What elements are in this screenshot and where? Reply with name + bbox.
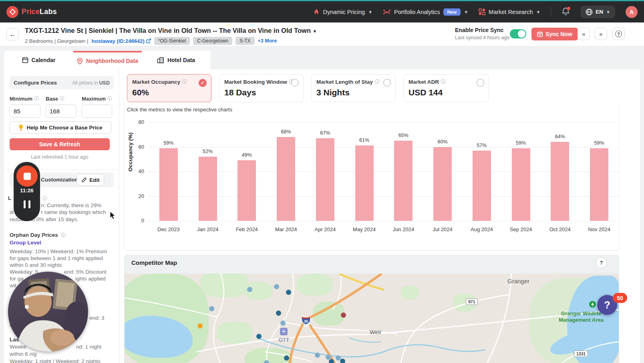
nav-dynamic-pricing[interactable]: Dynamic Pricing ▼	[313, 8, 372, 16]
save-refresh-button[interactable]: Save & Refresh	[10, 138, 110, 150]
recording-pause-button[interactable]	[14, 200, 40, 208]
pricelabs-logo[interactable]: PriceLabs	[6, 6, 57, 18]
language-label: EN	[596, 9, 603, 15]
metric-title: Market Booking Windowⓘ	[224, 79, 298, 85]
price-sync-toggle[interactable]	[510, 29, 526, 38]
orphan-line1: Weekday: 10% | Weekend: 1% Premium	[10, 248, 107, 254]
group-level-link[interactable]: Group Level	[10, 240, 41, 246]
competitor-marker-dark_blue[interactable]	[276, 311, 281, 316]
language-selector[interactable]: EN ▼	[581, 6, 615, 18]
collapse-left-button[interactable]: «	[578, 28, 590, 40]
info-icon[interactable]: ⓘ	[42, 195, 47, 202]
sync-now-button[interactable]: Sync Now	[531, 28, 578, 40]
map-label-weir: Weir	[370, 329, 382, 335]
minimum-price-input[interactable]	[10, 105, 40, 118]
competitor-marker-dark_blue[interactable]	[286, 290, 291, 295]
competitor-marker-light_blue[interactable]	[274, 284, 279, 289]
competitor-map[interactable]: ✈ GTT 35 971 1331 Granger Weir Granger W…	[125, 274, 619, 363]
sidebar-line-left: Weeke	[10, 344, 26, 350]
more-tags-link[interactable]: +3 More	[258, 38, 277, 44]
competitor-map-title: Competitor Map	[131, 259, 177, 266]
chevron-down-icon[interactable]: ▼	[606, 10, 610, 14]
bar-value-label: 64%	[548, 134, 572, 139]
info-icon[interactable]: ⓘ	[34, 95, 39, 102]
selected-check-icon[interactable]: ✓	[199, 79, 207, 87]
bar-jun-2024	[394, 141, 413, 221]
competitor-marker-dark_blue[interactable]	[340, 359, 345, 363]
title-dropdown-icon[interactable]: ▼	[313, 29, 317, 34]
recording-stop-button[interactable]	[16, 165, 38, 187]
chart-y-axis-label: Occupancy (%)	[127, 132, 133, 171]
x-category-label: Nov 2024	[581, 226, 617, 232]
radio-icon[interactable]	[383, 79, 391, 87]
chevron-down-icon[interactable]: ▼	[536, 10, 540, 14]
metric-card-market-booking-window[interactable]: Market Booking Windowⓘ18 Days	[219, 74, 304, 102]
competitor-marker-dark_blue[interactable]	[284, 355, 289, 361]
metric-card-market-occupancy[interactable]: Market Occupancyⓘ60%✓	[127, 74, 211, 102]
bar-dec-2023	[159, 148, 178, 221]
back-button[interactable]: ←	[6, 28, 19, 40]
x-category-label: Jan 2024	[190, 226, 226, 232]
user-avatar[interactable]: A	[626, 6, 638, 18]
webcam-overlay	[8, 272, 88, 352]
tab-calendar[interactable]: Calendar	[4, 51, 73, 69]
maximum-price-input[interactable]	[82, 105, 112, 118]
help-choose-base-price-button[interactable]: Help Me Choose a Base Price	[10, 121, 111, 134]
expand-right-button[interactable]: »	[595, 28, 607, 40]
map-help-button[interactable]: ?	[596, 257, 607, 268]
listing-title: TXGT-1212 Vine St | Sienkiel | The Villa…	[25, 27, 311, 34]
edit-customizations-button[interactable]: Edit	[77, 174, 104, 186]
recording-timer: 11:26	[14, 188, 40, 194]
hostaway-link[interactable]: hostaway (ID:246642)	[92, 38, 151, 44]
sidebar-line2: within 6 nig	[10, 351, 37, 357]
competitor-marker-orange[interactable]	[197, 323, 203, 329]
x-category-label: Oct 2024	[542, 226, 578, 232]
metric-card-market-length-of-stay[interactable]: Market Length of Stayⓘ3 Nights	[311, 74, 396, 102]
info-icon[interactable]: ⓘ	[107, 95, 112, 102]
competitor-marker-dark_blue[interactable]	[329, 359, 334, 363]
nav-portfolio-analytics[interactable]: Portfolio Analytics New ▼	[383, 8, 468, 16]
price-field-base: Baseⓘ	[46, 95, 76, 118]
lightbulb-icon	[18, 124, 24, 131]
competitor-marker-light_blue[interactable]	[280, 321, 286, 326]
info-icon[interactable]: ⓘ	[182, 79, 187, 85]
metric-title: Market ADRⓘ	[409, 79, 484, 85]
competitor-marker-dark_blue[interactable]	[256, 334, 262, 339]
bar-aug-2024	[473, 151, 491, 221]
info-icon[interactable]: ⓘ	[61, 232, 66, 239]
y-tick-label: 0	[132, 218, 144, 224]
competitor-marker-dark_red[interactable]	[341, 313, 346, 318]
metric-value: 3 Nights	[316, 88, 390, 97]
help-button[interactable]: ?	[612, 28, 625, 40]
notifications-button[interactable]	[561, 7, 570, 17]
map-roads	[125, 274, 619, 363]
airport-label: GTT	[279, 337, 289, 343]
last-refreshed-text: Last refreshed 1 hour ago	[10, 154, 110, 160]
chevron-down-icon[interactable]: ▼	[368, 10, 372, 14]
nav-market-research-label: Market Research	[489, 9, 533, 15]
sidebar-fragment-1: end: 3	[89, 315, 105, 321]
orphan-line2: for gaps between 1 and 1 night applied	[10, 255, 103, 261]
calendar-icon	[22, 57, 28, 63]
nav-market-research[interactable]: Market Research ▼	[479, 8, 540, 15]
radio-icon[interactable]	[477, 79, 484, 87]
gridline	[149, 122, 619, 123]
chevron-down-icon[interactable]: ▼	[464, 10, 468, 14]
competitor-marker-light_blue[interactable]	[247, 287, 252, 292]
tab-hotel-data[interactable]: Hotel Data	[142, 51, 210, 69]
bar-value-label: 68%	[274, 129, 298, 135]
info-icon[interactable]: ⓘ	[441, 79, 446, 85]
tab-neighborhood-data[interactable]: Neighborhood Data	[73, 51, 142, 69]
competitor-marker-light_blue[interactable]	[315, 353, 320, 358]
base-price-input[interactable]	[46, 105, 76, 118]
airport-icon: ✈	[280, 328, 288, 335]
metric-card-market-adr[interactable]: Market ADRⓘUSD 144	[403, 74, 489, 102]
info-icon[interactable]: ⓘ	[375, 79, 380, 85]
y-tick-label: 60	[132, 144, 144, 150]
last-minute-label-fragment: L	[8, 195, 11, 201]
radio-icon[interactable]	[291, 79, 299, 87]
info-icon[interactable]: ⓘ	[60, 95, 64, 102]
competitor-marker-light_blue[interactable]	[209, 306, 214, 311]
metric-title: Market Length of Stayⓘ	[316, 79, 390, 85]
competitor-marker-light_blue[interactable]	[264, 360, 269, 363]
